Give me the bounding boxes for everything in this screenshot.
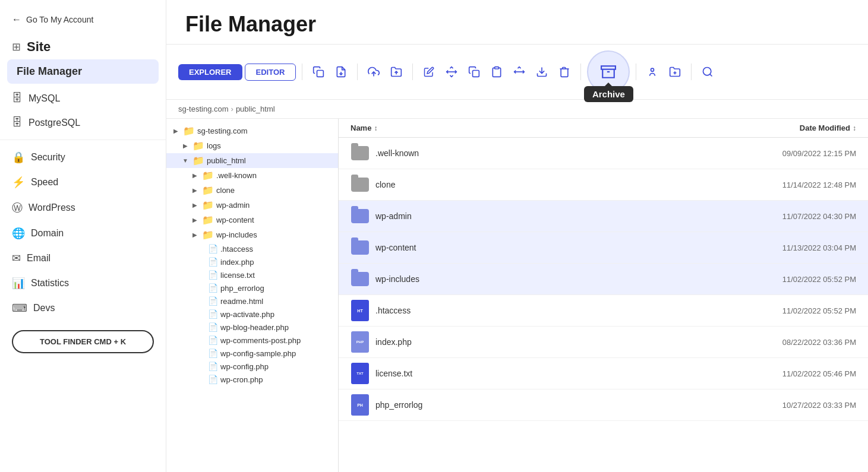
file-name: .htaccess bbox=[375, 306, 737, 315]
toolbar-separator-6 bbox=[691, 64, 692, 80]
toolbar-separator-5 bbox=[636, 64, 636, 80]
tree-item-label: wp-admin bbox=[216, 201, 250, 210]
move-arrows-button[interactable] bbox=[509, 62, 529, 82]
file-row[interactable]: wp-admin 11/07/2022 04:30 PM bbox=[339, 201, 868, 232]
tree-item[interactable]: 📄 wp-blog-header.php bbox=[166, 321, 338, 334]
editor-tab[interactable]: EDITOR bbox=[245, 64, 296, 81]
sidebar-item-label: Security bbox=[31, 152, 65, 163]
tool-finder-button[interactable]: TOOL FINDER CMD + K bbox=[12, 330, 154, 353]
sort-name-icon[interactable]: ↕ bbox=[374, 124, 377, 132]
file-icon: 📄 bbox=[208, 322, 218, 332]
svg-rect-6 bbox=[495, 67, 499, 69]
svg-point-11 bbox=[651, 68, 654, 71]
sidebar-item-file-manager[interactable]: File Manager bbox=[7, 59, 159, 84]
sidebar: ← Go To My Account ⊞ Site File Manager 🗄… bbox=[0, 0, 166, 472]
tree-item[interactable]: 📄 wp-activate.php bbox=[166, 308, 338, 321]
move-file-button[interactable] bbox=[331, 62, 351, 82]
tree-item-label: wp-content bbox=[216, 216, 254, 224]
tree-item[interactable]: ▶ 📁 logs bbox=[166, 138, 338, 153]
folder-blue-icon: 📁 bbox=[192, 155, 204, 166]
file-row[interactable]: PH php_errorlog 10/27/2022 03:33 PM bbox=[339, 389, 868, 421]
upload-button[interactable] bbox=[364, 62, 384, 82]
new-folder-button[interactable] bbox=[665, 62, 685, 82]
database-icon: 🗄 bbox=[12, 92, 23, 104]
tree-item-label: .well-known bbox=[216, 171, 257, 180]
col-date-label: Date Modified bbox=[800, 123, 850, 132]
tree-item[interactable]: ▶ 📁 sg-testing.com bbox=[166, 123, 338, 138]
file-icon: 📄 bbox=[208, 244, 218, 254]
tree-panel: ▶ 📁 sg-testing.com ▶ 📁 logs ▼ 📁 public_h… bbox=[166, 119, 339, 472]
file-name: php_errorlog bbox=[375, 400, 737, 410]
tree-item[interactable]: 📄 .htaccess bbox=[166, 242, 338, 255]
folder-icon bbox=[351, 207, 370, 226]
sidebar-item-domain[interactable]: 🌐 Domain bbox=[0, 221, 166, 246]
file-row[interactable]: PHP index.php 08/22/2022 03:36 PM bbox=[339, 327, 868, 358]
tree-item[interactable]: ▶ 📁 wp-includes bbox=[166, 227, 338, 242]
tree-item[interactable]: 📄 wp-cron.php bbox=[166, 373, 338, 386]
file-icon: 📄 bbox=[208, 270, 218, 280]
tree-item[interactable]: ▶ 📁 wp-content bbox=[166, 213, 338, 227]
download-button[interactable] bbox=[532, 62, 552, 82]
tree-item[interactable]: ▶ 📁 wp-admin bbox=[166, 198, 338, 213]
tree-item[interactable]: ▶ 📁 clone bbox=[166, 183, 338, 198]
sidebar-item-mysql[interactable]: 🗄 MySQL bbox=[0, 86, 166, 110]
sidebar-item-devs[interactable]: ⌨ Devs bbox=[0, 296, 166, 321]
file-date: 11/14/2022 12:48 PM bbox=[737, 180, 856, 189]
sidebar-item-statistics[interactable]: 📊 Statistics bbox=[0, 271, 166, 296]
sidebar-item-label: Domain bbox=[31, 228, 64, 239]
file-list-header: Name ↕ Date Modified ↕ bbox=[339, 119, 868, 138]
globe-icon: 🌐 bbox=[12, 227, 25, 240]
sidebar-item-speed[interactable]: ⚡ Speed bbox=[0, 170, 166, 195]
file-date: 11/02/2022 05:52 PM bbox=[737, 306, 856, 315]
file-date: 11/13/2022 03:04 PM bbox=[737, 243, 856, 252]
delete-button[interactable] bbox=[554, 62, 575, 82]
edit-button[interactable] bbox=[419, 62, 439, 82]
duplicate-button[interactable] bbox=[464, 62, 484, 82]
sidebar-item-postgresql[interactable]: 🗄 PostgreSQL bbox=[0, 110, 166, 135]
col-name-label: Name bbox=[351, 123, 371, 132]
explorer-tab[interactable]: EXPLORER bbox=[178, 64, 242, 80]
sidebar-item-label: Devs bbox=[33, 303, 55, 313]
file-icon: 📄 bbox=[208, 362, 218, 371]
tree-item[interactable]: ▶ 📁 .well-known bbox=[166, 168, 338, 183]
search-button[interactable] bbox=[697, 62, 718, 82]
breadcrumb-domain[interactable]: sg-testing.com bbox=[178, 104, 229, 113]
sidebar-item-wordpress[interactable]: Ⓦ WordPress bbox=[0, 195, 166, 221]
upload-folder-button[interactable] bbox=[386, 62, 406, 82]
file-row[interactable]: wp-content 11/13/2022 03:04 PM bbox=[339, 232, 868, 264]
paste-button[interactable] bbox=[487, 62, 507, 82]
toolbar-separator-3 bbox=[412, 64, 413, 80]
tree-item[interactable]: 📄 wp-config.php bbox=[166, 360, 338, 373]
database-icon: 🗄 bbox=[12, 116, 23, 129]
file-row[interactable]: clone 11/14/2022 12:48 PM bbox=[339, 169, 868, 201]
file-badge-icon: PH bbox=[351, 395, 370, 414]
file-row[interactable]: .well-known 09/09/2022 12:15 PM bbox=[339, 138, 868, 169]
move-button[interactable] bbox=[441, 62, 462, 82]
file-badge-icon: TXT bbox=[351, 364, 370, 383]
sort-date-icon[interactable]: ↕ bbox=[853, 124, 856, 132]
chevron-icon: ▶ bbox=[181, 142, 190, 149]
tree-item-public-html[interactable]: ▼ 📁 public_html bbox=[166, 153, 338, 168]
file-row[interactable]: TXT license.txt 11/02/2022 05:46 PM bbox=[339, 358, 868, 389]
file-name: clone bbox=[375, 180, 737, 189]
tree-item-label: wp-cron.php bbox=[220, 375, 263, 384]
file-manager-body: ▶ 📁 sg-testing.com ▶ 📁 logs ▼ 📁 public_h… bbox=[166, 119, 868, 472]
tree-item[interactable]: 📄 php_errorlog bbox=[166, 281, 338, 294]
sidebar-item-email[interactable]: ✉ Email bbox=[0, 246, 166, 271]
tree-item[interactable]: 📄 wp-config-sample.php bbox=[166, 347, 338, 360]
file-icon: 📄 bbox=[208, 335, 218, 345]
copy-file-button[interactable] bbox=[308, 62, 329, 82]
tree-item[interactable]: 📄 readme.html bbox=[166, 294, 338, 308]
tree-item[interactable]: 📄 index.php bbox=[166, 255, 338, 268]
file-row[interactable]: wp-includes 11/02/2022 05:52 PM bbox=[339, 264, 868, 295]
tree-item[interactable]: 📄 wp-comments-post.php bbox=[166, 334, 338, 347]
back-to-account[interactable]: ← Go To My Account bbox=[0, 9, 166, 34]
sidebar-item-security[interactable]: 🔒 Security bbox=[0, 145, 166, 170]
file-row[interactable]: HT .htaccess 11/02/2022 05:52 PM bbox=[339, 295, 868, 327]
breadcrumb-folder[interactable]: public_html bbox=[236, 104, 275, 113]
tree-item[interactable]: 📄 license.txt bbox=[166, 268, 338, 281]
file-name: wp-includes bbox=[375, 274, 737, 284]
file-date: 11/02/2022 05:46 PM bbox=[737, 369, 856, 378]
permissions-button[interactable] bbox=[642, 62, 662, 82]
tree-item-label: wp-blog-header.php bbox=[220, 323, 289, 332]
